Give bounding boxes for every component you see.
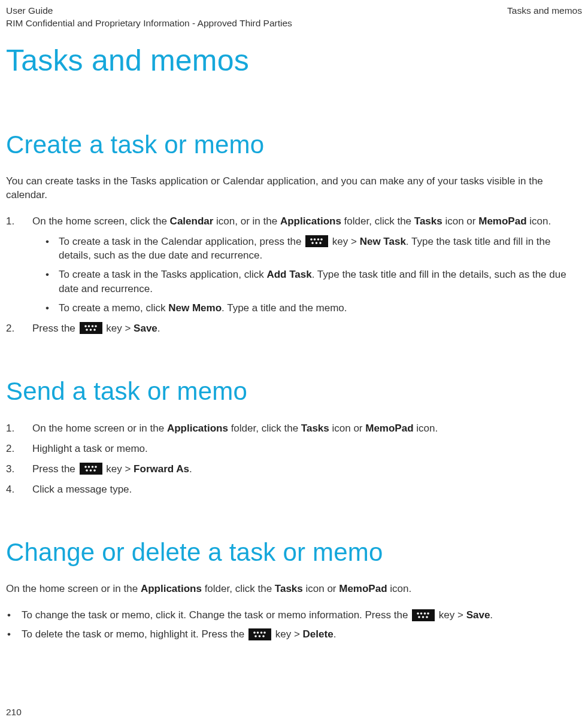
- svg-rect-0: [305, 235, 328, 247]
- bold-applications: Applications: [141, 583, 202, 594]
- svg-point-28: [427, 612, 429, 615]
- text: .: [334, 628, 337, 640]
- svg-point-34: [257, 631, 259, 634]
- bold-new-memo: New Memo: [168, 302, 222, 314]
- text: icon or: [329, 423, 365, 434]
- svg-point-37: [254, 635, 257, 637]
- send-step-2: Highlight a task or memo.: [6, 442, 582, 456]
- text: To create a memo, click: [59, 302, 168, 314]
- page-title: Tasks and memos: [6, 43, 582, 78]
- page-number: 210: [6, 707, 22, 718]
- text: icon or: [303, 583, 339, 594]
- svg-rect-32: [248, 628, 271, 640]
- text: icon.: [527, 215, 551, 227]
- text: .: [490, 609, 493, 621]
- bold-tasks: Tasks: [275, 583, 303, 594]
- svg-point-22: [89, 470, 92, 472]
- text: key >: [329, 236, 360, 247]
- bold-add-task: Add Task: [266, 269, 311, 280]
- text: To create a task in the Calendar applica…: [59, 236, 304, 247]
- text: On the home screen or in the: [6, 583, 141, 594]
- send-step-4: Click a message type.: [6, 482, 582, 497]
- text: On the home screen or in the: [32, 423, 167, 434]
- text: . Type a title and the memo.: [222, 302, 347, 314]
- svg-point-21: [86, 470, 88, 472]
- bold-save: Save: [134, 323, 157, 334]
- svg-point-23: [93, 470, 96, 472]
- create-step-2: Press the key > Save.: [6, 321, 582, 336]
- svg-point-29: [418, 616, 420, 618]
- header-right: Tasks and memos: [507, 5, 582, 17]
- change-bullet-2: To delete the task or memo, highlight it…: [6, 627, 582, 642]
- blackberry-key-icon: [248, 628, 271, 640]
- text: Press the: [32, 323, 78, 334]
- create-substeps: To create a task in the Calendar applica…: [46, 235, 582, 315]
- svg-rect-16: [80, 463, 102, 475]
- svg-point-11: [91, 325, 93, 327]
- text: To change the task or memo, click it. Ch…: [22, 609, 411, 621]
- svg-point-31: [426, 616, 428, 618]
- blackberry-key-icon: [412, 609, 435, 621]
- section-change-heading: Change or delete a task or memo: [6, 538, 582, 567]
- blackberry-key-icon: [305, 235, 328, 247]
- bold-tasks: Tasks: [301, 423, 329, 434]
- bold-calendar: Calendar: [170, 215, 214, 227]
- svg-point-13: [86, 329, 88, 331]
- svg-point-2: [314, 238, 316, 241]
- text: To delete the task or memo, highlight it…: [22, 628, 247, 640]
- svg-point-20: [95, 466, 97, 469]
- change-bullet-1: To change the task or memo, click it. Ch…: [6, 608, 582, 622]
- section-create: Create a task or memo You can create tas…: [6, 130, 582, 335]
- svg-point-9: [84, 325, 87, 327]
- text: key >: [272, 628, 303, 640]
- svg-point-38: [259, 635, 261, 637]
- text: On the home screen, click the: [32, 215, 170, 227]
- section-create-intro: You can create tasks in the Tasks applic…: [6, 175, 582, 202]
- text: .: [189, 463, 192, 475]
- bold-applications: Applications: [167, 423, 228, 434]
- page-header: User Guide RIM Confidential and Propriet…: [6, 5, 582, 30]
- svg-point-12: [95, 325, 97, 327]
- svg-point-15: [93, 329, 96, 331]
- text: To create a task in the Tasks applicatio…: [59, 269, 266, 280]
- text: Press the: [32, 463, 78, 475]
- section-create-heading: Create a task or memo: [6, 130, 582, 159]
- bold-delete: Delete: [303, 628, 334, 640]
- text: icon.: [414, 423, 438, 434]
- svg-rect-8: [80, 322, 102, 334]
- text: icon, or in the: [213, 215, 280, 227]
- text: folder, click the: [341, 215, 414, 227]
- bold-save: Save: [466, 609, 490, 621]
- create-step-1: On the home screen, click the Calendar i…: [6, 214, 582, 315]
- bold-forward-as: Forward As: [134, 463, 189, 475]
- svg-point-17: [84, 466, 87, 469]
- svg-rect-24: [412, 609, 435, 621]
- svg-point-4: [320, 238, 323, 241]
- svg-point-33: [253, 631, 256, 634]
- create-sub-1: To create a task in the Calendar applica…: [46, 235, 582, 263]
- svg-point-27: [424, 612, 426, 615]
- section-change: Change or delete a task or memo On the h…: [6, 538, 582, 642]
- svg-point-19: [91, 466, 93, 469]
- svg-point-26: [420, 612, 423, 615]
- svg-point-14: [89, 329, 92, 331]
- bold-memopad: MemoPad: [478, 215, 526, 227]
- bold-memopad: MemoPad: [339, 583, 387, 594]
- svg-point-3: [317, 238, 320, 241]
- svg-point-25: [417, 612, 419, 615]
- bold-new-task: New Task: [360, 236, 406, 247]
- header-left-line-2: RIM Confidential and Proprietary Informa…: [6, 17, 292, 30]
- section-change-intro: On the home screen or in the Application…: [6, 582, 582, 596]
- svg-point-35: [260, 631, 263, 634]
- svg-point-1: [310, 238, 313, 241]
- text: key >: [104, 323, 134, 334]
- svg-point-30: [422, 616, 425, 618]
- blackberry-key-icon: [80, 322, 102, 334]
- create-sub-2: To create a task in the Tasks applicatio…: [46, 268, 582, 296]
- text: folder, click the: [202, 583, 275, 594]
- svg-point-39: [262, 635, 265, 637]
- svg-point-6: [316, 242, 318, 244]
- change-bullets: To change the task or memo, click it. Ch…: [6, 608, 582, 642]
- svg-point-7: [319, 242, 322, 244]
- text: .: [157, 323, 160, 334]
